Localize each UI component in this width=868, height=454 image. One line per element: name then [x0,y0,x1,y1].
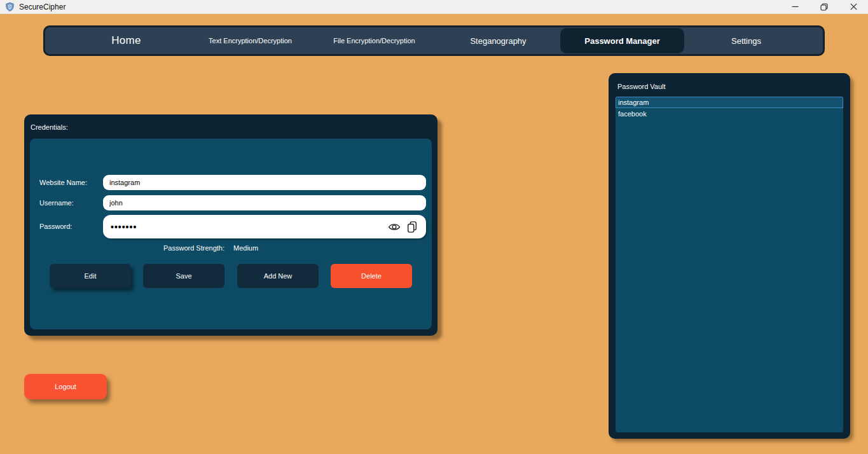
vault-item-facebook[interactable]: facebook [616,108,843,120]
credentials-actions: Edit Save Add New Delete [30,264,432,288]
minimize-icon [792,3,799,10]
window-titlebar: SecureCipher [0,0,868,14]
username-field[interactable] [103,195,426,210]
minimize-button[interactable] [780,0,809,13]
tab-home[interactable]: Home [64,28,188,53]
password-vault-list: instagram facebook [616,97,843,432]
main-nav: Home Text Encryption/Decryption File Enc… [43,25,825,56]
password-strength-value: Medium [233,244,258,252]
eye-icon[interactable] [385,219,403,235]
password-strength-label: Password Strength: [163,244,224,252]
window-controls [780,0,868,13]
website-name-field[interactable] [103,175,426,190]
credentials-title: Credentials: [31,123,68,131]
tab-password-manager[interactable]: Password Manager [560,28,684,53]
logout-button[interactable]: Logout [24,374,107,399]
close-icon [850,3,857,10]
password-vault-panel: Password Vault instagram facebook [609,73,850,439]
save-button[interactable]: Save [143,264,224,288]
credentials-form: Website Name: Username: Password: Passwo… [30,139,432,329]
credentials-panel: Credentials: Website Name: Username: Pas… [24,114,437,336]
restore-button[interactable] [809,0,839,13]
copy-icon[interactable] [403,219,421,235]
password-field[interactable] [103,222,385,232]
tab-text-encryption[interactable]: Text Encryption/Decryption [188,28,312,53]
add-new-button[interactable]: Add New [237,264,319,288]
edit-button[interactable]: Edit [50,264,131,288]
delete-button[interactable]: Delete [331,264,412,288]
close-button[interactable] [839,0,868,13]
password-vault-title: Password Vault [617,83,666,90]
restore-icon [820,3,828,11]
vault-item-instagram[interactable]: instagram [616,97,843,108]
password-strength: Password Strength:Medium [163,244,258,252]
password-label: Password: [39,223,72,230]
tab-settings[interactable]: Settings [684,28,808,53]
shield-icon [5,2,15,11]
password-field-wrap [103,215,426,238]
username-label: Username: [39,199,74,207]
window-title: SecureCipher [19,3,65,11]
tab-file-encryption[interactable]: File Encryption/Decryption [312,28,436,53]
website-name-label: Website Name: [39,179,87,186]
tab-steganography[interactable]: Steganography [436,28,560,53]
